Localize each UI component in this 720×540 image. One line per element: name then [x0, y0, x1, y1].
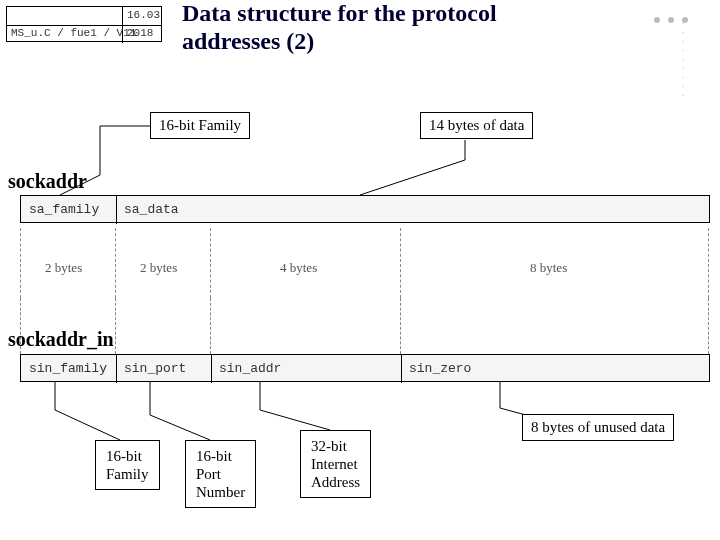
- slide-title: Data structure for the protocol addresse…: [182, 0, 497, 55]
- field-sin-family: sin_family: [29, 361, 107, 376]
- struct-name-sockaddr: sockaddr: [8, 170, 87, 193]
- size-4bytes: 4 bytes: [280, 260, 317, 276]
- anno-sin-family: 16-bit Family: [95, 440, 160, 490]
- field-sa-data: sa_data: [124, 202, 179, 217]
- anno-16bit-family: 16-bit Family: [150, 112, 250, 139]
- size-2bytes-b: 2 bytes: [140, 260, 177, 276]
- anno-sin-port: 16-bit Port Number: [185, 440, 256, 508]
- field-sin-port: sin_port: [124, 361, 186, 376]
- svg-line-10: [260, 410, 330, 430]
- field-sin-addr: sin_addr: [219, 361, 281, 376]
- anno-sin-zero: 8 bytes of unused data: [522, 414, 674, 441]
- svg-line-4: [360, 160, 465, 195]
- field-sa-family: sa_family: [29, 202, 99, 217]
- date-top: 16.03: [127, 9, 160, 21]
- file-label: MS_u.C / fue1 / V11: [11, 27, 136, 39]
- size-2bytes-a: 2 bytes: [45, 260, 82, 276]
- field-sin-zero: sin_zero: [409, 361, 471, 376]
- date-bottom: 2018: [127, 27, 153, 39]
- struct-name-sockaddr-in: sockaddr_in: [8, 328, 114, 351]
- svg-line-8: [150, 415, 210, 440]
- size-8bytes: 8 bytes: [530, 260, 567, 276]
- svg-line-6: [55, 410, 120, 440]
- anno-14bytes-data: 14 bytes of data: [420, 112, 533, 139]
- decor-dots: . . . . . . . . .: [654, 10, 696, 28]
- anno-sin-addr: 32-bit Internet Address: [300, 430, 371, 498]
